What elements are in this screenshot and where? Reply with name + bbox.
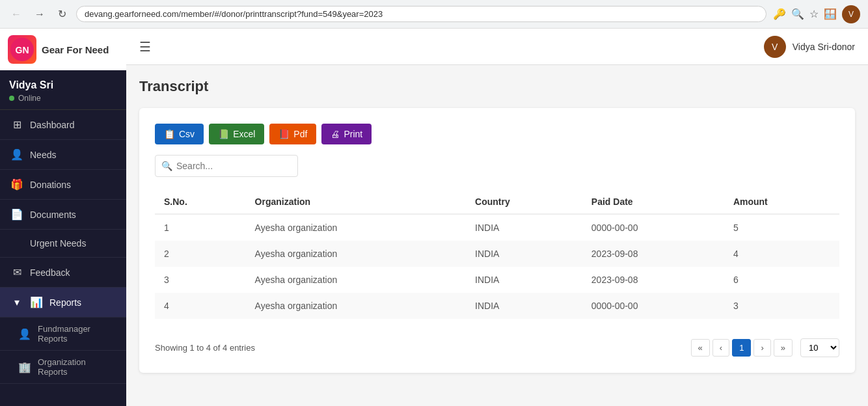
sidebar-item-donations[interactable]: 🎁 Donations [0,170,126,200]
page-size-select[interactable]: 10 25 50 100 [800,338,839,357]
sidebar-status: Online [9,94,117,103]
cell-country: INDIA [466,267,582,293]
action-buttons: 📋 Csv 📗 Excel 📕 Pdf 🖨 Print [155,124,839,144]
app-layout: GN Gear For Need Vidya Sri Online ⊞ Dash… [0,29,868,406]
needs-icon: 👤 [10,148,23,161]
excel-icon: 📗 [218,129,229,139]
sidebar-submenu-label: Organization Reports [38,357,116,377]
back-button[interactable]: ← [8,7,25,21]
csv-icon: 📋 [164,129,175,139]
reports-chart-icon: 📊 [30,296,43,308]
organization-icon: 🏢 [18,361,31,373]
sidebar-item-needs[interactable]: 👤 Needs [0,140,126,170]
excel-label: Excel [233,129,255,139]
page-title: Transcript [139,78,855,95]
sidebar-item-reports[interactable]: ▾ 📊 Reports [0,288,126,318]
status-label: Online [18,94,41,103]
browser-actions: 🔑 🔍 ☆ 🪟 V [773,5,860,23]
cell-sno: 4 [155,293,246,319]
pagination-right: « ‹ 1 › » 10 25 50 100 [691,338,839,357]
url-text: devang.gearforneed.com/member/#/donor/pr… [85,9,383,19]
col-sno: S.No. [155,190,246,214]
sidebar-item-label: Urgent Needs [30,238,86,249]
last-page-button[interactable]: » [774,339,793,357]
table-row: 3 Ayesha organization INDIA 2023-09-08 6 [155,267,839,293]
cell-amount: 5 [724,214,839,241]
sidebar-submenu-label: Fundmanager Reports [38,324,116,344]
documents-icon: 📄 [10,208,23,221]
cell-amount: 6 [724,267,839,293]
hamburger-button[interactable]: ☰ [139,39,151,55]
profile-switch-icon[interactable]: 🪟 [824,8,837,20]
cell-country: INDIA [466,293,582,319]
top-bar-username: Vidya Sri-donor [793,42,855,52]
sidebar-item-documents[interactable]: 📄 Documents [0,200,126,230]
donations-icon: 🎁 [10,178,23,191]
sidebar-item-dashboard[interactable]: ⊞ Dashboard [0,110,126,140]
search-browser-icon[interactable]: 🔍 [791,8,804,20]
pagination-controls: « ‹ 1 › » [691,339,793,357]
url-bar[interactable]: devang.gearforneed.com/member/#/donor/pr… [76,6,766,22]
top-bar-avatar: V [764,36,786,58]
table-row: 2 Ayesha organization INDIA 2023-09-08 4 [155,241,839,267]
sidebar-item-label: Feedback [30,267,70,278]
prev-page-button[interactable]: ‹ [712,339,729,357]
cell-paid-date: 0000-00-00 [582,214,724,241]
sidebar-item-label: Reports [49,297,81,308]
print-label: Print [344,129,362,139]
status-dot [9,96,14,101]
cell-organization: Ayesha organization [246,214,466,241]
browser-profile-avatar[interactable]: V [842,5,860,23]
key-icon[interactable]: 🔑 [773,8,786,20]
search-wrapper: 🔍 [155,155,298,177]
svg-text:GN: GN [16,45,29,55]
table-body: 1 Ayesha organization INDIA 0000-00-00 5… [155,214,839,319]
top-bar: ☰ V Vidya Sri-donor [126,29,868,65]
csv-button[interactable]: 📋 Csv [155,124,204,144]
top-bar-user: V Vidya Sri-donor [764,36,855,58]
sidebar: GN Gear For Need Vidya Sri Online ⊞ Dash… [0,29,126,406]
forward-button[interactable]: → [31,7,48,21]
sidebar-item-label: Needs [30,150,56,160]
search-input[interactable] [155,155,298,177]
sidebar-item-label: Documents [30,210,76,220]
logo-icon: GN [8,35,36,64]
cell-sno: 1 [155,214,246,241]
csv-label: Csv [179,129,195,139]
fundmanager-icon: 👤 [18,328,31,340]
col-paid-date: Paid Date [582,190,724,214]
sidebar-user: Vidya Sri Online [0,70,126,110]
print-button[interactable]: 🖨 Print [321,124,372,144]
print-icon: 🖨 [331,129,340,139]
table-row: 1 Ayesha organization INDIA 0000-00-00 5 [155,214,839,241]
pdf-button[interactable]: 📕 Pdf [269,124,316,144]
excel-button[interactable]: 📗 Excel [209,124,264,144]
star-icon[interactable]: ☆ [809,8,819,20]
search-icon: 🔍 [161,161,172,171]
next-page-button[interactable]: › [753,339,770,357]
cell-organization: Ayesha organization [246,267,466,293]
first-page-button[interactable]: « [691,339,710,357]
reload-button[interactable]: ↻ [55,7,70,21]
main-content: Transcript 📋 Csv 📗 Excel 📕 Pdf [126,65,868,406]
cell-paid-date: 2023-09-08 [582,267,724,293]
sidebar-item-feedback[interactable]: ✉ Feedback [0,258,126,288]
cell-amount: 3 [724,293,839,319]
cell-country: INDIA [466,214,582,241]
sidebar-item-urgent-needs[interactable]: Urgent Needs [0,230,126,258]
page-1-button[interactable]: 1 [732,339,751,357]
sidebar-item-fundmanager-reports[interactable]: 👤 Fundmanager Reports [0,318,126,351]
sidebar-item-organization-reports[interactable]: 🏢 Organization Reports [0,351,126,384]
col-amount: Amount [724,190,839,214]
transcript-table: S.No. Organization Country Paid Date Amo… [155,190,839,319]
reports-icon: ▾ [10,296,23,308]
transcript-card: 📋 Csv 📗 Excel 📕 Pdf 🖨 Print [139,108,855,373]
pagination-wrapper: Showing 1 to 4 of 4 entries « ‹ 1 › » 10… [155,332,839,357]
logo-text: Gear For Need [42,44,109,55]
cell-sno: 3 [155,267,246,293]
pdf-icon: 📕 [278,129,290,139]
cell-organization: Ayesha organization [246,241,466,267]
col-country: Country [466,190,582,214]
col-organization: Organization [246,190,466,214]
sidebar-logo: GN Gear For Need [0,29,126,70]
